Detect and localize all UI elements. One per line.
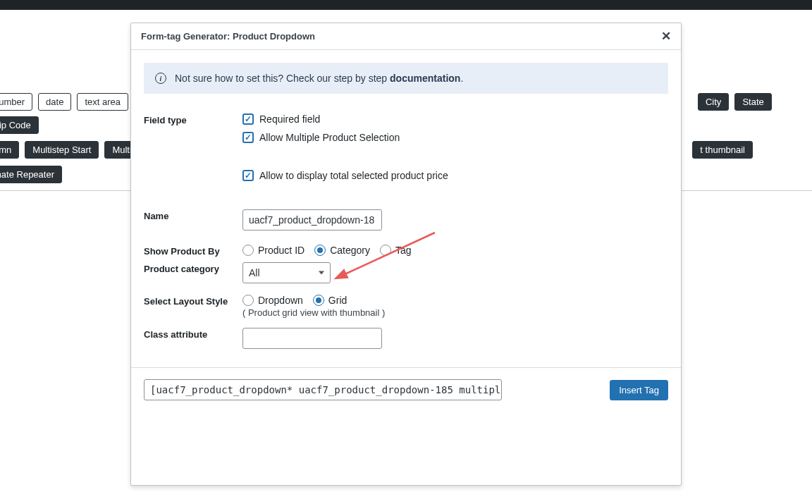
multiple-checkbox[interactable] [242, 132, 254, 143]
label-name: Name [144, 209, 242, 221]
class-input[interactable] [242, 328, 382, 349]
info-banner: i Not sure how to set this? Check our st… [144, 63, 668, 94]
radio-category[interactable] [314, 245, 326, 256]
radio-dropdown[interactable] [242, 295, 254, 306]
radio-product-id-label: Product ID [258, 245, 304, 256]
multiple-label: Allow Multiple Product Selection [259, 132, 400, 143]
total-price-checkbox[interactable] [242, 170, 254, 181]
modal-overlay: Form-tag Generator: Product Dropdown ✕ i… [0, 0, 812, 504]
category-value: All [249, 267, 260, 278]
radio-product-id[interactable] [242, 245, 254, 256]
label-layout: Select Layout Style [144, 295, 242, 307]
radio-grid-label: Grid [328, 295, 347, 306]
label-field-type: Field type [144, 113, 242, 125]
required-label: Required field [259, 113, 320, 125]
insert-tag-button[interactable]: Insert Tag [610, 380, 668, 400]
label-class-attr: Class attribute [144, 328, 242, 340]
label-show-by: Show Product By [144, 245, 242, 257]
radio-tag-label: Tag [395, 245, 412, 256]
info-icon: i [155, 73, 166, 84]
radio-category-label: Category [330, 245, 370, 256]
category-select[interactable]: All [242, 262, 331, 283]
radio-tag[interactable] [380, 245, 391, 256]
modal-footer: [uacf7_product_dropdown* uacf7_product_d… [131, 367, 681, 485]
tag-output[interactable]: [uacf7_product_dropdown* uacf7_product_d… [144, 379, 502, 400]
label-category: Product category [144, 262, 242, 274]
form-tag-modal: Form-tag Generator: Product Dropdown ✕ i… [130, 23, 682, 486]
radio-dropdown-label: Dropdown [258, 295, 303, 306]
close-icon[interactable]: ✕ [661, 29, 671, 44]
required-checkbox[interactable] [242, 113, 254, 125]
modal-title: Form-tag Generator: Product Dropdown [141, 31, 315, 42]
modal-header: Form-tag Generator: Product Dropdown ✕ [131, 23, 681, 50]
documentation-link[interactable]: documentation [390, 73, 460, 84]
radio-grid[interactable] [313, 295, 324, 306]
info-text: Not sure how to set this? Check our step… [175, 73, 463, 84]
name-input[interactable] [242, 209, 382, 231]
layout-hint: ( Product grid view with thumbnail ) [242, 307, 668, 318]
total-price-label: Allow to display total selected product … [259, 170, 448, 181]
